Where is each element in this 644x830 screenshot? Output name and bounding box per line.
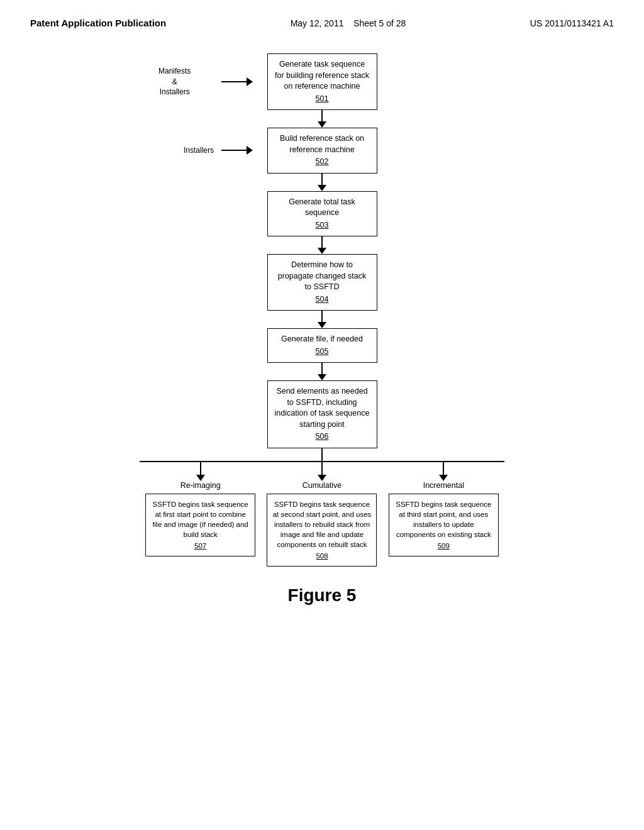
box-505-text: Generate file, if needed — [281, 335, 363, 343]
branch-col-incremental: Incremental SSFTD begins task sequence a… — [383, 462, 504, 556]
connector-503-504 — [318, 236, 326, 254]
box-501: Generate task sequence for building refe… — [267, 53, 377, 110]
connector-504-505 — [318, 311, 326, 328]
box-505-number: 505 — [274, 346, 370, 358]
box-507: SSFTD begins task sequence at first star… — [145, 494, 255, 556]
connector-501-502 — [318, 110, 326, 128]
box-503-text: Generate total task sequence — [289, 197, 355, 218]
box-508: SSFTD begins task sequence at second sta… — [267, 494, 377, 567]
header-right: US 2011/0113421 A1 — [530, 18, 614, 28]
side-label-manifests: Manifests&Installers — [158, 66, 191, 97]
box-506-number: 506 — [274, 431, 370, 443]
box-504-number: 504 — [274, 294, 370, 306]
box-505: Generate file, if needed 505 — [267, 328, 377, 363]
branch-label-incremental: Incremental — [423, 481, 464, 490]
figure-label: Figure 5 — [288, 585, 357, 606]
box-503: Generate total task sequence 503 — [267, 191, 377, 237]
branch-container: Re-imaging SSFTD begins task sequence at… — [114, 448, 530, 567]
box-507-text: SSFTD begins task sequence at first star… — [153, 501, 248, 538]
box-502-text: Build reference stack on reference machi… — [280, 134, 364, 154]
box-509-text: SSFTD begins task sequence at third star… — [396, 501, 491, 538]
page-header: Patent Application Publication May 12, 2… — [0, 0, 644, 28]
box-502: Build reference stack on reference machi… — [267, 128, 377, 174]
box-503-number: 503 — [274, 220, 370, 231]
box-508-number: 508 — [272, 551, 371, 561]
arrow-to-502 — [221, 146, 253, 155]
box-501-text: Generate task sequence for building refe… — [275, 60, 369, 91]
connector-502-503 — [318, 174, 326, 191]
box-508-text: SSFTD begins task sequence at second sta… — [273, 501, 372, 548]
header-left: Patent Application Publication — [30, 18, 166, 28]
box-502-number: 502 — [274, 157, 370, 168]
arrow-to-501 — [221, 77, 253, 86]
side-label-installers: Installers — [184, 145, 214, 156]
branch-col-reimaging: Re-imaging SSFTD begins task sequence at… — [140, 462, 261, 556]
branch-col-cumulative: Cumulative SSFTD begins task sequence at… — [261, 462, 382, 567]
box-506-text: Send elements as needed to SSFTD, includ… — [275, 387, 370, 429]
box-501-number: 501 — [274, 94, 370, 105]
box-509-number: 509 — [394, 541, 493, 551]
box-507-number: 507 — [151, 541, 250, 551]
branch-label-cumulative: Cumulative — [303, 481, 342, 490]
box-504: Determine how to propagate changed stack… — [267, 254, 377, 311]
box-509: SSFTD begins task sequence at third star… — [389, 494, 499, 556]
box-506: Send elements as needed to SSFTD, includ… — [267, 380, 377, 448]
box-504-text: Determine how to propagate changed stack… — [278, 260, 366, 291]
header-center: May 12, 2011 Sheet 5 of 28 — [291, 18, 406, 28]
connector-505-506 — [318, 363, 326, 380]
diagram-area: Manifests&Installers Generate task seque… — [0, 28, 644, 606]
branch-label-reimaging: Re-imaging — [180, 481, 221, 490]
